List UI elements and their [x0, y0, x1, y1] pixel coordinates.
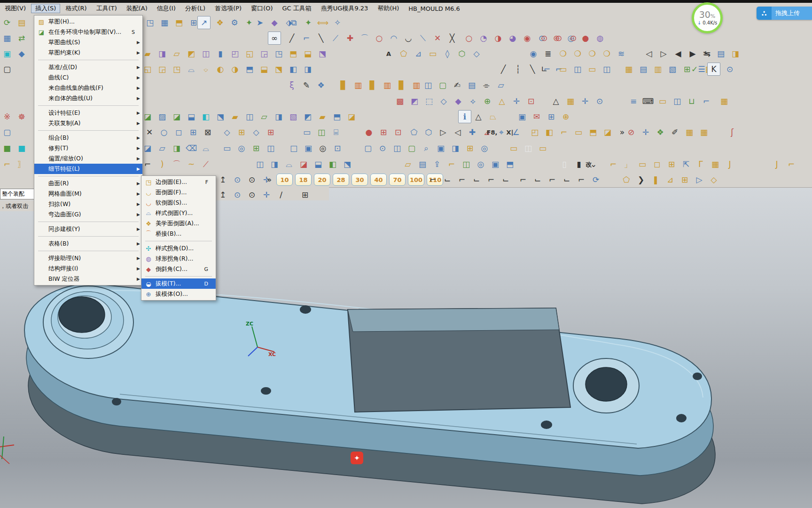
- toolbar-icon[interactable]: ◁: [452, 126, 464, 138]
- toolbar-icon[interactable]: 改: [582, 158, 596, 170]
- toolbar-icon[interactable]: □: [288, 142, 300, 154]
- toolbar-icon[interactable]: ▦: [623, 63, 635, 75]
- menubar-item-10[interactable]: 燕秀UG模具9.23: [317, 4, 373, 13]
- toolbar-icon[interactable]: ▣: [489, 158, 501, 170]
- toolbar-icon[interactable]: ☸: [16, 111, 28, 123]
- toolbar-icon[interactable]: ⬡: [422, 126, 435, 138]
- toolbar-icon[interactable]: ▣: [435, 142, 447, 154]
- toolbar-icon[interactable]: ▦: [709, 158, 721, 170]
- toolbar-icon[interactable]: ◩: [185, 48, 197, 60]
- toolbar-icon[interactable]: ✛: [260, 189, 273, 201]
- insert-menu-item-23[interactable]: 同步建模(Y)▶: [34, 224, 142, 234]
- toolbar-icon[interactable]: ◫: [200, 48, 212, 60]
- toolbar-icon[interactable]: ○: [463, 32, 475, 44]
- toolbar-icon[interactable]: ◎: [235, 142, 248, 154]
- toolbar-icon[interactable]: ▭: [572, 126, 585, 138]
- detail-submenu-item-4[interactable]: ❖美学面倒圆(A)...: [141, 218, 216, 229]
- toolbar-icon[interactable]: ◫: [601, 63, 613, 75]
- toolbar-icon[interactable]: ▭: [586, 63, 598, 75]
- menubar-item-1[interactable]: 插入(S): [31, 4, 60, 13]
- toolbar-icon[interactable]: ◑: [229, 63, 241, 75]
- menubar-item-11[interactable]: 帮助(H): [373, 4, 403, 13]
- toolbar-icon[interactable]: ◪: [297, 158, 310, 170]
- toolbar-icon[interactable]: ⌙: [441, 174, 453, 186]
- toolbar-icon[interactable]: ⊡: [525, 95, 537, 107]
- toolbar-icon[interactable]: ◧: [287, 63, 299, 75]
- toolbar-icon[interactable]: ⚙: [228, 16, 241, 29]
- toolbar-icon[interactable]: ▭: [656, 95, 669, 107]
- toolbar-icon[interactable]: ❖: [654, 126, 666, 138]
- toolbar-icon[interactable]: ▦: [683, 126, 695, 138]
- toolbar-icon[interactable]: ◇: [250, 126, 262, 138]
- toolbar-icon[interactable]: ⊿: [664, 174, 676, 186]
- toolbar-icon[interactable]: ▊: [337, 79, 350, 91]
- detail-submenu-item-11[interactable]: ◒拔模(T)...D: [141, 278, 216, 289]
- toolbar-icon[interactable]: ◧: [200, 111, 212, 123]
- size-button-10[interactable]: 10: [276, 174, 293, 186]
- toolbar-icon[interactable]: ⌐: [300, 32, 312, 44]
- toolbar-icon[interactable]: ξ: [286, 79, 298, 91]
- toolbar-icon[interactable]: ⬓: [258, 63, 270, 75]
- insert-menu-item-5[interactable]: 基准/点(D)▶: [34, 62, 142, 72]
- toolbar-icon[interactable]: ⌸: [330, 126, 342, 138]
- toolbar-icon[interactable]: ⬒: [243, 63, 256, 75]
- toolbar-icon[interactable]: ❍: [586, 48, 598, 60]
- toolbar-icon[interactable]: ⊔: [686, 95, 698, 107]
- toolbar-icon[interactable]: ◻: [651, 158, 663, 170]
- toolbar-icon[interactable]: ※: [1, 111, 13, 123]
- toolbar-icon[interactable]: ▢: [1, 63, 13, 75]
- toolbar-icon[interactable]: ∕: [275, 189, 287, 201]
- toolbar-icon[interactable]: ⊠: [202, 126, 214, 138]
- toolbar-icon[interactable]: ❍: [601, 48, 613, 60]
- toolbar-icon[interactable]: ⌐: [785, 158, 797, 170]
- toolbar-icon[interactable]: ⬒: [504, 158, 516, 170]
- toolbar-icon[interactable]: ▤: [637, 63, 649, 75]
- toolbar-icon[interactable]: ▰: [141, 48, 154, 60]
- toolbar-icon[interactable]: ◱: [243, 48, 256, 60]
- toolbar-icon[interactable]: ▭: [557, 63, 569, 75]
- toolbar-icon[interactable]: ⌐: [456, 174, 468, 186]
- detail-submenu-item-5[interactable]: ⌒桥接(B)...: [141, 229, 216, 239]
- toolbar-icon[interactable]: ✚: [466, 126, 478, 138]
- toolbar-icon[interactable]: ⬠: [408, 126, 420, 138]
- toolbar-icon[interactable]: ▭: [427, 48, 439, 60]
- toolbar-icon[interactable]: ◫: [422, 79, 434, 91]
- toolbar-icon[interactable]: △: [496, 95, 508, 107]
- size-button-70[interactable]: 70: [389, 174, 406, 186]
- toolbar-icon[interactable]: ◍: [594, 32, 606, 44]
- toolbar-icon[interactable]: ◰: [529, 126, 541, 138]
- toolbar-icon[interactable]: ⬠: [620, 174, 632, 186]
- toolbar-icon[interactable]: ❖: [315, 79, 327, 91]
- toolbar-icon[interactable]: ◆: [268, 16, 281, 29]
- toolbar-icon[interactable]: ⇱: [680, 158, 692, 170]
- toolbar-icon[interactable]: ◇: [221, 126, 233, 138]
- toolbar-icon[interactable]: ⇄: [16, 32, 28, 44]
- toolbar-icon[interactable]: ⬓: [302, 48, 314, 60]
- toolbar-icon[interactable]: ◇: [708, 174, 720, 186]
- toolbar-icon[interactable]: ◳: [144, 16, 156, 29]
- size-button-40[interactable]: 40: [370, 174, 387, 186]
- toolbar-icon[interactable]: ⌙: [531, 174, 544, 186]
- toolbar-icon[interactable]: ◔: [477, 32, 490, 44]
- toolbar-icon[interactable]: ▢: [1, 126, 13, 138]
- toolbar-icon[interactable]: ▣: [516, 111, 528, 123]
- toolbar-icon[interactable]: ◎: [478, 142, 491, 154]
- toolbar-icon[interactable]: ⌐: [1, 158, 13, 170]
- toolbar-icon[interactable]: ⊞: [235, 126, 248, 138]
- toolbar-icon[interactable]: ┆: [512, 63, 524, 75]
- toolbar-icon[interactable]: ⊙: [553, 32, 565, 44]
- toolbar-icon[interactable]: ⊘: [625, 126, 637, 138]
- toolbar-icon[interactable]: ◐: [214, 63, 226, 75]
- toolbar-icon[interactable]: ╲: [526, 63, 539, 75]
- toolbar-icon[interactable]: ◲: [156, 63, 168, 75]
- toolbar-icon[interactable]: ▭: [221, 142, 233, 154]
- toolbar-icon[interactable]: ◫: [460, 158, 472, 170]
- size-button-20[interactable]: 20: [314, 174, 330, 186]
- toolbar-icon[interactable]: ◫: [315, 126, 328, 138]
- toolbar-icon[interactable]: ▶: [687, 48, 699, 60]
- toolbar-icon[interactable]: ▮: [214, 48, 226, 60]
- toolbar-icon[interactable]: ): [156, 158, 168, 170]
- toolbar-icon[interactable]: ⬔: [214, 111, 226, 123]
- insert-menu-item-25[interactable]: 表格(B)▶: [34, 238, 142, 249]
- selection-scope-combo[interactable]: 整个装配: [0, 189, 35, 199]
